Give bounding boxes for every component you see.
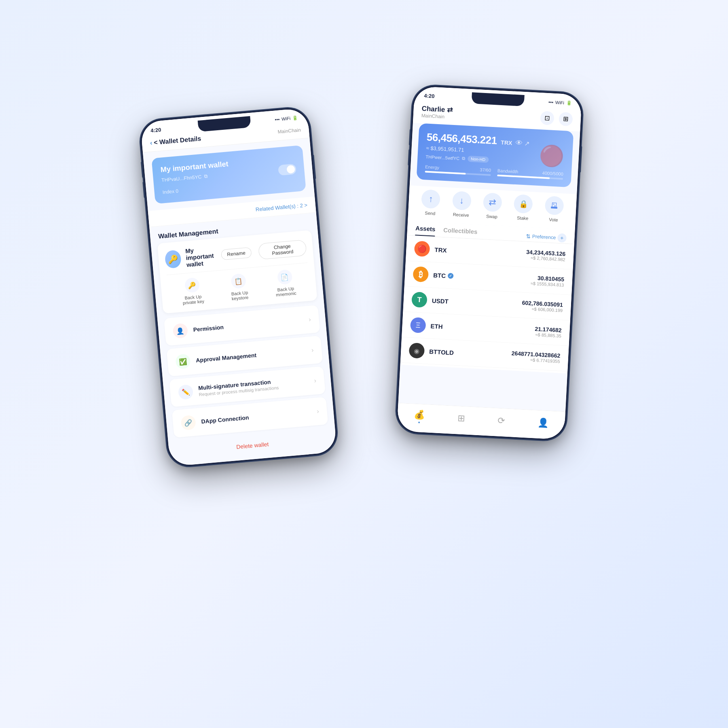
approval-chevron: › (311, 346, 314, 353)
preference-area: ⇅ Preference + (525, 231, 567, 242)
backup-key-label: Back Upprivate key (182, 294, 204, 306)
scan-button[interactable]: ⊞ (559, 112, 573, 126)
backup-keystore-icon: 📋 (231, 273, 246, 289)
usdt-icon: T (411, 292, 427, 308)
vote-action[interactable]: 🗳 Vote (544, 196, 564, 222)
expand-icon[interactable]: ↗ (524, 140, 530, 148)
permission-icon: 👤 (172, 323, 188, 339)
eth-amount: 21.174682 ≈$ 85,885.35 (534, 326, 562, 338)
receive-action[interactable]: ↓ Receive (451, 191, 471, 218)
eth-name-block: ETH (430, 322, 443, 330)
stake-icon: 🔒 (514, 194, 533, 214)
left-phone-inner: 4:20 ▪▪▪ WiFi 🔋 ‹ < Wallet Details MainC… (140, 108, 337, 467)
phones-container: 4:20 ▪▪▪ WiFi 🔋 ‹ < Wallet Details MainC… (142, 81, 586, 647)
signal-icon: ▪▪▪ (275, 117, 280, 122)
eth-amount-usd: ≈$ 85,885.35 (534, 332, 561, 338)
dapp-icon: 🔗 (180, 415, 196, 431)
send-action[interactable]: ↑ Send (421, 189, 440, 216)
nav-profile[interactable]: 👤 (537, 417, 548, 428)
volume-up-button (141, 162, 144, 178)
wallet-name-display: My important wallet (185, 245, 214, 268)
backup-keystore-label: Back Upkeystore (231, 290, 249, 301)
nav-history[interactable]: ⟳ (497, 415, 505, 426)
btc-verify-icon: ✓ (448, 273, 454, 279)
sunold-icon: 😎 (407, 368, 423, 374)
backup-key-icon: 🔑 (184, 277, 200, 293)
send-label: Send (425, 210, 435, 216)
multisig-text: Multi-signature transaction Request or p… (198, 375, 309, 397)
swap-action[interactable]: ⇄ Swap (483, 193, 502, 219)
trx-icon: 🔴 (414, 241, 430, 257)
trx-name-block: TRX (434, 246, 447, 254)
visibility-icon[interactable]: 👁 (515, 139, 523, 148)
add-asset-button[interactable]: + (557, 233, 567, 242)
vote-label: Vote (549, 217, 558, 222)
user-info: Charlie ⇄ MainChain (421, 104, 453, 120)
backup-private-key[interactable]: 🔑 Back Upprivate key (181, 277, 205, 305)
dapp-chevron: › (316, 408, 319, 415)
bandwidth-stat: Bandwidth 4000/5000 (497, 168, 563, 180)
multisig-icon: ✏️ (178, 384, 194, 400)
wallet-card: My important wallet THPvaU...Fhn5YC ⧉ In… (151, 145, 306, 204)
approval-icon: ✅ (175, 353, 191, 369)
btc-icon: ₿ (413, 266, 429, 282)
wifi-icon: WiFi (281, 116, 291, 121)
swap-icon: ⇄ (483, 193, 502, 212)
bttold-name-block: BTTOLD (429, 348, 454, 356)
backup-mnemonic[interactable]: 📄 Back Upmnemonic (274, 269, 296, 297)
approval-label: Approval Management (196, 347, 306, 364)
btc-symbol: BTC ✓ (433, 271, 454, 279)
wallet-toggle[interactable] (278, 163, 296, 176)
signal-icon-right: ▪▪▪ (548, 99, 553, 105)
volume-down-button (142, 182, 145, 198)
backup-mnemonic-icon: 📄 (277, 269, 292, 285)
time-right: 4:20 (424, 92, 435, 99)
tab-collectibles[interactable]: Collectibles (443, 226, 477, 238)
multisig-chevron: › (314, 377, 317, 384)
nav-discover[interactable]: ⊞ (457, 413, 465, 424)
btc-amount: 30.810455 ≈$ 1555,934.813 (531, 274, 565, 287)
right-phone: 4:20 ▪▪▪ WiFi 🔋 Charlie ⇄ MainChain ⊡ (396, 85, 583, 441)
wifi-icon-right: WiFi (555, 100, 565, 105)
vol-down-right (408, 149, 410, 165)
eth-icon: Ξ (410, 317, 426, 333)
nav-discover-icon: ⊞ (457, 413, 465, 424)
status-icons-left: ▪▪▪ WiFi 🔋 (275, 115, 298, 122)
header-actions: ⊡ ⊞ (540, 111, 573, 126)
stake-action[interactable]: 🔒 Stake (513, 194, 533, 221)
rename-button[interactable]: Rename (220, 247, 252, 260)
vote-icon: 🗳 (544, 196, 564, 215)
copy-icon[interactable]: ⧉ (204, 174, 208, 180)
send-icon: ↑ (421, 189, 440, 209)
trx-amount: 34,234,453.126 ≈$ 2,760,842.982 (526, 249, 566, 262)
preference-label[interactable]: Preference (532, 233, 556, 240)
nav-assets-dot (418, 421, 420, 423)
receive-qr-button[interactable]: ⊡ (540, 111, 554, 125)
sort-icon: ⇅ (526, 233, 531, 239)
left-phone: 4:20 ▪▪▪ WiFi 🔋 ‹ < Wallet Details MainC… (139, 106, 338, 468)
change-password-button[interactable]: Change Password (258, 239, 307, 260)
approval-text: Approval Management (196, 347, 306, 364)
btc-name-block: BTC ✓ (433, 271, 454, 279)
permission-label: Permission (193, 317, 303, 333)
right-phone-inner: 4:20 ▪▪▪ WiFi 🔋 Charlie ⇄ MainChain ⊡ (397, 86, 582, 440)
swap-label: Swap (486, 214, 497, 219)
nav-assets-icon: 💰 (414, 409, 425, 420)
stake-label: Stake (517, 215, 529, 220)
backup-mnemonic-label: Back Upmnemonic (275, 286, 297, 297)
usdt-amount: 602,786.035091 ≈$ 606,000.199 (522, 299, 563, 313)
header-chain-left: MainChain (277, 127, 301, 135)
copy-address-icon[interactable]: ⧉ (462, 156, 466, 161)
bottom-nav: 💰 ⊞ ⟳ 👤 (397, 403, 565, 440)
non-hd-badge: Non-HD (468, 156, 489, 163)
receive-label: Receive (453, 212, 469, 218)
tab-assets[interactable]: Assets (415, 224, 436, 237)
nav-history-icon: ⟳ (497, 415, 505, 426)
energy-stat: Energy 37/60 (425, 164, 491, 176)
energy-bar-fill (425, 171, 466, 174)
dapp-label: DApp Connection (201, 409, 311, 425)
permission-text: Permission (193, 317, 303, 333)
sunold-name-block: SUNOLD (428, 373, 454, 374)
nav-assets[interactable]: 💰 (414, 409, 425, 423)
backup-keystore[interactable]: 📋 Back Upkeystore (230, 273, 249, 301)
